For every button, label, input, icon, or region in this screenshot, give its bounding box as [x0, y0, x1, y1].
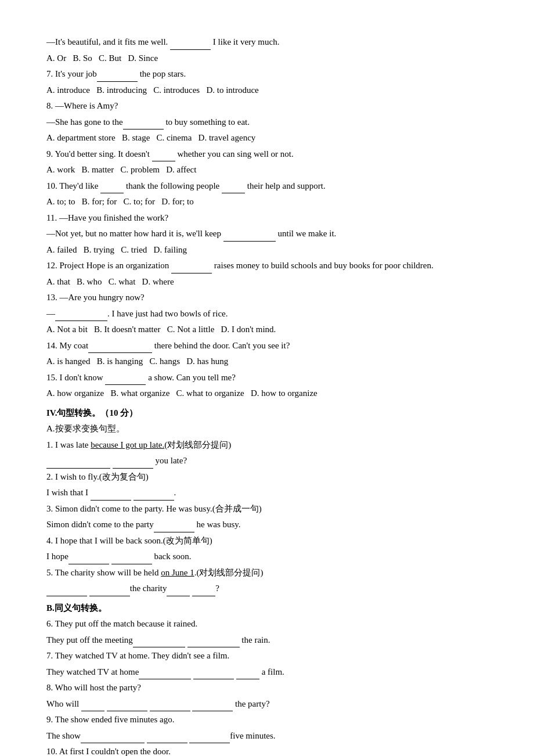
- line-q8: 8. —Where is Amy?: [46, 99, 488, 114]
- iv-b-q6-blank: They put off the meeting the rain.: [46, 633, 488, 648]
- section-iv-b-title: B.同义句转换。: [46, 601, 488, 616]
- iv-b-q6: 6. They put off the match because it rai…: [46, 617, 488, 632]
- line-options-10: A. to; to B. for; for C. to; for D. for;…: [46, 195, 488, 210]
- line-q11-answer: —Not yet, but no matter how hard it is, …: [46, 226, 488, 242]
- iv-b-q9: 9. The show ended five minutes ago.: [46, 712, 488, 728]
- iv-b-q7: 7. They watched TV at home. They didn't …: [46, 649, 488, 664]
- iv-q2-blank: I wish that I .: [46, 485, 488, 501]
- iv-b-q8-blank: Who will the party?: [46, 697, 488, 712]
- line-q14: 14. My coat there behind the door. Can't…: [46, 339, 488, 354]
- iv-q5-blank: the charity ?: [46, 581, 488, 596]
- line-intro: —It's beautiful, and it fits me well. I …: [46, 35, 488, 50]
- iv-b-q8: 8. Who will host the party?: [46, 681, 488, 696]
- line-q12: 12. Project Hope is an organization rais…: [46, 258, 488, 273]
- line-options-7: A. introduce B. introducing C. introduce…: [46, 83, 488, 98]
- section-iv-a-title: A.按要求变换句型。: [46, 422, 488, 437]
- line-q11: 11. —Have you finished the work?: [46, 211, 488, 226]
- line-options-15: A. how organize B. what organize C. what…: [46, 386, 488, 401]
- line-q10: 10. They'd like thank the following peop…: [46, 179, 488, 194]
- line-q8-answer: —She has gone to the to buy something to…: [46, 115, 488, 130]
- iv-b-q9-blank: The show five minutes.: [46, 729, 488, 744]
- iv-q4: 4. I hope that I will be back soon.(改为简单…: [46, 534, 488, 549]
- line-q13: 13. —Are you hungry now?: [46, 290, 488, 305]
- line-q13-answer: —. I have just had two bowls of rice.: [46, 307, 488, 322]
- line-options-13: A. Not a bit B. It doesn't matter C. Not…: [46, 322, 488, 337]
- line-q9: 9. You'd better sing. It doesn't whether…: [46, 147, 488, 162]
- iv-q5: 5. The charity show will be held on June…: [46, 566, 488, 581]
- line-q15: 15. I don't know a show. Can you tell me…: [46, 370, 488, 386]
- line-options-14: A. is hanged B. is hanging C. hangs D. h…: [46, 354, 488, 369]
- iv-q2: 2. I wish to fly.(改为复合句): [46, 470, 488, 485]
- line-options-12: A. that B. who C. what D. where: [46, 275, 488, 290]
- iv-q1: 1. I was late because I got up late.(对划线…: [46, 438, 488, 453]
- line-options-9: A. work B. matter C. problem D. affect: [46, 163, 488, 178]
- line-q7: 7. It's your job the pop stars.: [46, 67, 488, 82]
- iv-q3: 3. Simon didn't come to the party. He wa…: [46, 502, 488, 517]
- line-options-11: A. failed B. trying C. tried D. failing: [46, 243, 488, 258]
- line-options-1: A. Or B. So C. But D. Since: [46, 51, 488, 66]
- line-options-8: A. department store B. stage C. cinema D…: [46, 131, 488, 146]
- iv-b-q7-blank: They watched TV at home a film.: [46, 665, 488, 680]
- iv-q4-blank: I hope back soon.: [46, 549, 488, 564]
- iv-q3-blank: Simon didn't come to the party he was bu…: [46, 517, 488, 532]
- exam-content: —It's beautiful, and it fits me well. I …: [46, 35, 488, 756]
- iv-b-q10: 10. At first I couldn't open the door.: [46, 744, 488, 756]
- section-iv-title: IV.句型转换。（10 分）: [46, 406, 488, 421]
- iv-q1-blank: you late?: [46, 453, 488, 469]
